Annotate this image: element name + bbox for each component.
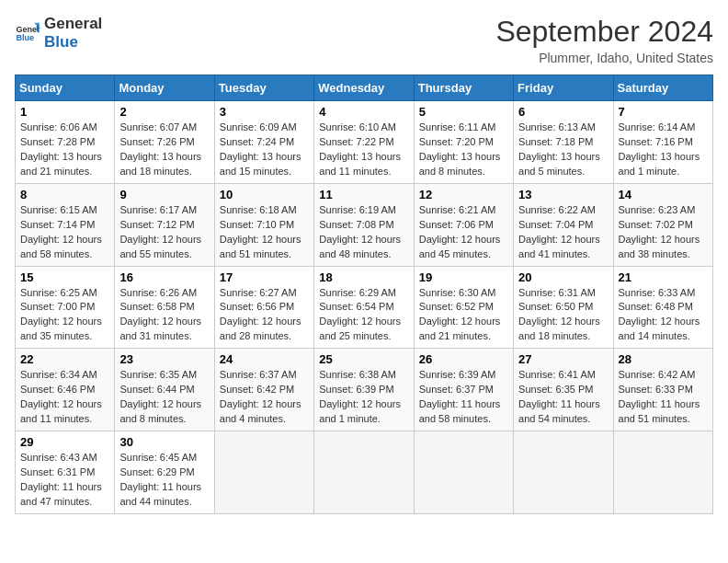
daylight: Daylight: 13 hours and 5 minutes. <box>518 151 600 177</box>
calendar-cell: 17Sunrise: 6:27 AMSunset: 6:56 PMDayligh… <box>214 266 313 349</box>
sunset: Sunset: 7:26 PM <box>119 136 194 147</box>
calendar-cell: 19Sunrise: 6:30 AMSunset: 6:52 PMDayligh… <box>414 266 513 349</box>
sunrise: Sunrise: 6:22 AM <box>518 204 596 215</box>
sunrise: Sunrise: 6:42 AM <box>619 369 696 380</box>
sunrise: Sunrise: 6:41 AM <box>518 369 596 380</box>
sunset: Sunset: 6:35 PM <box>518 384 593 395</box>
day-number: 1 <box>20 105 109 119</box>
day-detail: Sunrise: 6:33 AMSunset: 6:48 PMDaylight:… <box>619 286 708 345</box>
day-number: 15 <box>20 270 109 284</box>
day-detail: Sunrise: 6:10 AMSunset: 7:22 PMDaylight:… <box>319 121 408 179</box>
month-title: September 2024 <box>495 15 713 49</box>
sunrise: Sunrise: 6:26 AM <box>119 287 197 298</box>
sunset: Sunset: 6:39 PM <box>319 384 393 395</box>
sunrise: Sunrise: 6:25 AM <box>20 287 97 298</box>
sunrise: Sunrise: 6:09 AM <box>220 121 297 132</box>
day-detail: Sunrise: 6:13 AMSunset: 7:18 PMDaylight:… <box>518 121 608 179</box>
calendar-table: SundayMondayTuesdayWednesdayThursdayFrid… <box>15 75 713 514</box>
sunrise: Sunrise: 6:37 AM <box>220 369 297 380</box>
day-detail: Sunrise: 6:35 AMSunset: 6:44 PMDaylight:… <box>119 368 209 427</box>
daylight: Daylight: 12 hours and 21 minutes. <box>419 316 501 341</box>
day-detail: Sunrise: 6:30 AMSunset: 6:52 PMDaylight:… <box>419 286 508 345</box>
dow-header-sunday: Sunday <box>16 75 115 101</box>
day-detail: Sunrise: 6:23 AMSunset: 7:02 PMDaylight:… <box>619 203 708 262</box>
daylight: Daylight: 12 hours and 8 minutes. <box>119 398 201 424</box>
week-row-5: 29Sunrise: 6:43 AMSunset: 6:31 PMDayligh… <box>16 431 713 514</box>
day-number: 6 <box>518 105 608 119</box>
calendar-cell: 9Sunrise: 6:17 AMSunset: 7:12 PMDaylight… <box>115 183 214 266</box>
daylight: Daylight: 12 hours and 48 minutes. <box>319 234 401 259</box>
calendar-cell: 23Sunrise: 6:35 AMSunset: 6:44 PMDayligh… <box>115 349 214 431</box>
logo-icon: General Blue <box>15 20 40 46</box>
day-number: 29 <box>20 435 109 449</box>
calendar-cell <box>514 431 613 514</box>
day-detail: Sunrise: 6:19 AMSunset: 7:08 PMDaylight:… <box>319 203 408 262</box>
day-number: 5 <box>419 105 508 119</box>
day-detail: Sunrise: 6:45 AMSunset: 6:29 PMDaylight:… <box>119 451 209 510</box>
calendar-cell: 29Sunrise: 6:43 AMSunset: 6:31 PMDayligh… <box>16 431 115 514</box>
dow-header-friday: Friday <box>514 75 613 101</box>
day-number: 11 <box>319 188 408 201</box>
day-number: 14 <box>619 188 708 201</box>
calendar-cell: 20Sunrise: 6:31 AMSunset: 6:50 PMDayligh… <box>514 266 613 349</box>
day-number: 21 <box>619 270 708 284</box>
sunrise: Sunrise: 6:23 AM <box>619 204 696 215</box>
sunset: Sunset: 6:58 PM <box>119 301 194 312</box>
day-number: 24 <box>220 352 309 366</box>
day-detail: Sunrise: 6:17 AMSunset: 7:12 PMDaylight:… <box>119 203 209 262</box>
day-detail: Sunrise: 6:06 AMSunset: 7:28 PMDaylight:… <box>20 121 109 179</box>
sunset: Sunset: 7:18 PM <box>518 136 593 147</box>
daylight: Daylight: 13 hours and 18 minutes. <box>119 151 201 177</box>
sunrise: Sunrise: 6:38 AM <box>319 369 396 380</box>
sunset: Sunset: 7:02 PM <box>619 219 693 230</box>
calendar-cell: 7Sunrise: 6:14 AMSunset: 7:16 PMDaylight… <box>613 101 712 184</box>
daylight: Daylight: 12 hours and 31 minutes. <box>119 316 201 341</box>
daylight: Daylight: 11 hours and 47 minutes. <box>20 481 102 507</box>
daylight: Daylight: 12 hours and 14 minutes. <box>619 316 700 341</box>
sunset: Sunset: 7:20 PM <box>419 136 494 147</box>
svg-text:Blue: Blue <box>16 34 34 43</box>
day-detail: Sunrise: 6:18 AMSunset: 7:10 PMDaylight:… <box>220 203 309 262</box>
daylight: Daylight: 12 hours and 25 minutes. <box>319 316 401 341</box>
day-detail: Sunrise: 6:41 AMSunset: 6:35 PMDaylight:… <box>518 368 608 427</box>
day-number: 7 <box>619 105 708 119</box>
day-detail: Sunrise: 6:37 AMSunset: 6:42 PMDaylight:… <box>220 368 309 427</box>
sunset: Sunset: 7:06 PM <box>419 219 494 230</box>
week-row-4: 22Sunrise: 6:34 AMSunset: 6:46 PMDayligh… <box>16 349 713 431</box>
daylight: Daylight: 13 hours and 1 minute. <box>619 151 700 177</box>
sunset: Sunset: 6:37 PM <box>419 384 494 395</box>
sunset: Sunset: 7:28 PM <box>20 136 95 147</box>
daylight: Daylight: 13 hours and 21 minutes. <box>20 151 102 177</box>
daylight: Daylight: 12 hours and 11 minutes. <box>20 398 102 424</box>
week-row-1: 1Sunrise: 6:06 AMSunset: 7:28 PMDaylight… <box>16 101 713 184</box>
sunrise: Sunrise: 6:13 AM <box>518 121 596 132</box>
day-number: 20 <box>518 270 608 284</box>
header: General Blue General Blue September 2024… <box>15 15 713 65</box>
calendar-cell: 4Sunrise: 6:10 AMSunset: 7:22 PMDaylight… <box>314 101 414 184</box>
calendar-cell: 24Sunrise: 6:37 AMSunset: 6:42 PMDayligh… <box>214 349 313 431</box>
calendar-cell: 14Sunrise: 6:23 AMSunset: 7:02 PMDayligh… <box>613 183 712 266</box>
logo-blue: Blue <box>44 33 102 52</box>
calendar-cell: 22Sunrise: 6:34 AMSunset: 6:46 PMDayligh… <box>16 349 115 431</box>
daylight: Daylight: 12 hours and 55 minutes. <box>119 234 201 259</box>
dow-header-saturday: Saturday <box>613 75 712 101</box>
calendar-cell: 3Sunrise: 6:09 AMSunset: 7:24 PMDaylight… <box>214 101 313 184</box>
sunrise: Sunrise: 6:19 AM <box>319 204 396 215</box>
day-detail: Sunrise: 6:21 AMSunset: 7:06 PMDaylight:… <box>419 203 508 262</box>
day-detail: Sunrise: 6:31 AMSunset: 6:50 PMDaylight:… <box>518 286 608 345</box>
calendar-cell: 6Sunrise: 6:13 AMSunset: 7:18 PMDaylight… <box>514 101 613 184</box>
calendar-cell <box>414 431 513 514</box>
dow-header-wednesday: Wednesday <box>314 75 414 101</box>
calendar-cell <box>314 431 414 514</box>
logo-general: General <box>44 15 102 33</box>
sunset: Sunset: 6:46 PM <box>20 384 95 395</box>
sunset: Sunset: 6:48 PM <box>619 301 693 312</box>
calendar-cell: 27Sunrise: 6:41 AMSunset: 6:35 PMDayligh… <box>514 349 613 431</box>
day-detail: Sunrise: 6:11 AMSunset: 7:20 PMDaylight:… <box>419 121 508 179</box>
day-detail: Sunrise: 6:29 AMSunset: 6:54 PMDaylight:… <box>319 286 408 345</box>
calendar-cell: 30Sunrise: 6:45 AMSunset: 6:29 PMDayligh… <box>115 431 214 514</box>
sunset: Sunset: 6:42 PM <box>220 384 294 395</box>
day-detail: Sunrise: 6:42 AMSunset: 6:33 PMDaylight:… <box>619 368 708 427</box>
day-number: 10 <box>220 188 309 201</box>
day-number: 28 <box>619 352 708 366</box>
